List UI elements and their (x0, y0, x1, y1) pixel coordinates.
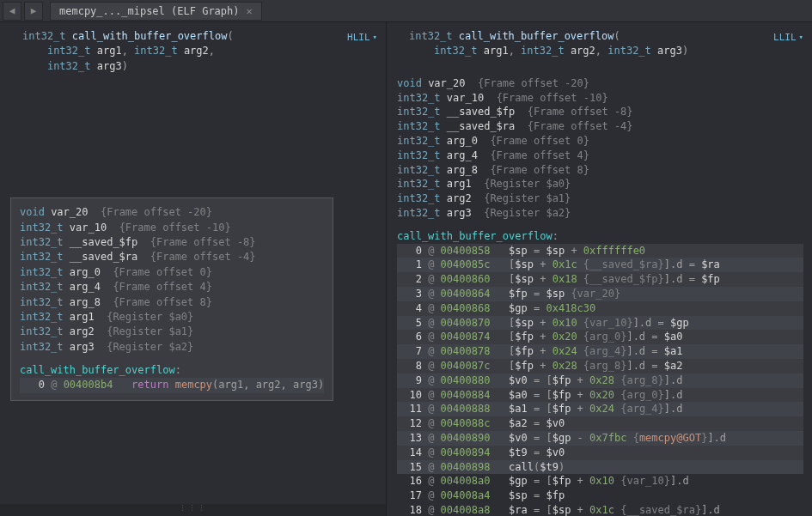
right-mode-selector[interactable]: LLIL ▾ (773, 31, 803, 45)
left-header: HLIL ▾ int32_t call_with_buffer_overflow… (0, 22, 386, 86)
left-content[interactable]: void var_20 {Frame offset -20}int32_t va… (0, 86, 386, 504)
tab-title: memcpy_..._mipsel (ELF Graph) (59, 5, 240, 17)
chevron-down-icon: ▾ (373, 32, 377, 43)
split-handle[interactable]: ︙︙︙ (0, 504, 386, 516)
right-function-signature: int32_t call_with_buffer_overflow( int32… (409, 29, 802, 59)
left-pane: HLIL ▾ int32_t call_with_buffer_overflow… (0, 22, 387, 516)
forward-button[interactable]: ▶ (24, 2, 43, 21)
llil-content[interactable]: void var_20 {Frame offset -20}int32_t va… (387, 71, 812, 516)
left-mode-label: HLIL (347, 31, 370, 45)
right-mode-label: LLIL (773, 31, 797, 45)
right-header: LLIL ▾ int32_t call_with_buffer_overflow… (387, 22, 812, 71)
chevron-down-icon: ▾ (799, 32, 803, 43)
file-tab[interactable]: memcpy_..._mipsel (ELF Graph) ✕ (50, 2, 262, 21)
left-mode-selector[interactable]: HLIL ▾ (347, 31, 377, 45)
close-icon[interactable]: ✕ (247, 5, 253, 17)
back-button[interactable]: ◀ (3, 2, 21, 21)
toolbar: ◀ ▶ memcpy_..._mipsel (ELF Graph) ✕ (0, 0, 812, 22)
right-pane: LLIL ▾ int32_t call_with_buffer_overflow… (387, 22, 812, 516)
left-function-signature: int32_t call_with_buffer_overflow( int32… (22, 29, 375, 74)
main-split: HLIL ▾ int32_t call_with_buffer_overflow… (0, 22, 812, 516)
hlil-block[interactable]: void var_20 {Frame offset -20}int32_t va… (10, 197, 333, 401)
